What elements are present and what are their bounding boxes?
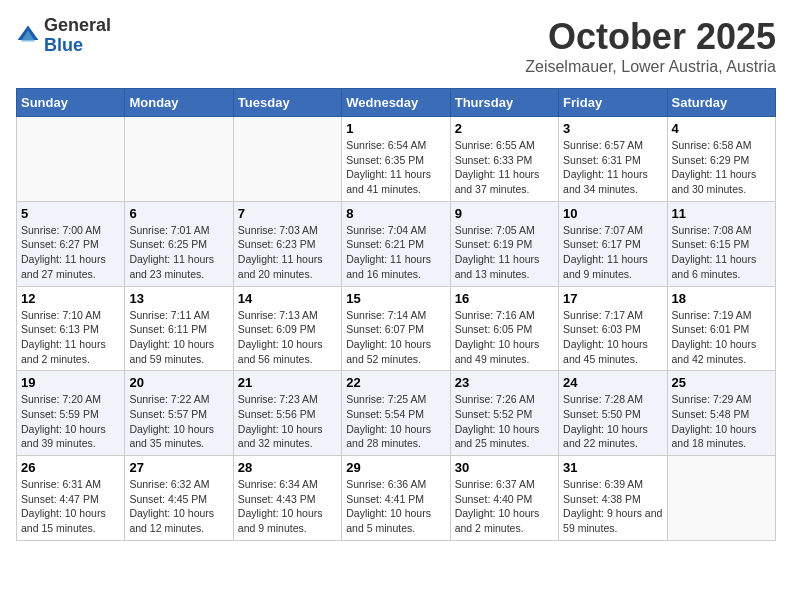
day-number: 24: [563, 375, 662, 390]
header-tuesday: Tuesday: [233, 89, 341, 117]
day-info: Sunrise: 7:22 AM Sunset: 5:57 PM Dayligh…: [129, 392, 228, 451]
header-thursday: Thursday: [450, 89, 558, 117]
calendar-cell: 12Sunrise: 7:10 AM Sunset: 6:13 PM Dayli…: [17, 286, 125, 371]
calendar-table: SundayMondayTuesdayWednesdayThursdayFrid…: [16, 88, 776, 541]
day-info: Sunrise: 7:07 AM Sunset: 6:17 PM Dayligh…: [563, 223, 662, 282]
header-friday: Friday: [559, 89, 667, 117]
calendar-cell: 19Sunrise: 7:20 AM Sunset: 5:59 PM Dayli…: [17, 371, 125, 456]
calendar-cell: 18Sunrise: 7:19 AM Sunset: 6:01 PM Dayli…: [667, 286, 775, 371]
calendar-cell: 22Sunrise: 7:25 AM Sunset: 5:54 PM Dayli…: [342, 371, 450, 456]
day-number: 23: [455, 375, 554, 390]
day-info: Sunrise: 7:17 AM Sunset: 6:03 PM Dayligh…: [563, 308, 662, 367]
calendar-cell: 26Sunrise: 6:31 AM Sunset: 4:47 PM Dayli…: [17, 456, 125, 541]
calendar-cell: 11Sunrise: 7:08 AM Sunset: 6:15 PM Dayli…: [667, 201, 775, 286]
calendar-cell: 13Sunrise: 7:11 AM Sunset: 6:11 PM Dayli…: [125, 286, 233, 371]
day-number: 30: [455, 460, 554, 475]
day-number: 16: [455, 291, 554, 306]
day-info: Sunrise: 6:57 AM Sunset: 6:31 PM Dayligh…: [563, 138, 662, 197]
day-number: 28: [238, 460, 337, 475]
calendar-cell: 21Sunrise: 7:23 AM Sunset: 5:56 PM Dayli…: [233, 371, 341, 456]
day-info: Sunrise: 7:16 AM Sunset: 6:05 PM Dayligh…: [455, 308, 554, 367]
month-title: October 2025: [525, 16, 776, 58]
day-number: 13: [129, 291, 228, 306]
day-info: Sunrise: 6:34 AM Sunset: 4:43 PM Dayligh…: [238, 477, 337, 536]
day-number: 14: [238, 291, 337, 306]
day-info: Sunrise: 7:13 AM Sunset: 6:09 PM Dayligh…: [238, 308, 337, 367]
header-saturday: Saturday: [667, 89, 775, 117]
calendar-cell: 24Sunrise: 7:28 AM Sunset: 5:50 PM Dayli…: [559, 371, 667, 456]
calendar-cell: 16Sunrise: 7:16 AM Sunset: 6:05 PM Dayli…: [450, 286, 558, 371]
calendar-cell: 23Sunrise: 7:26 AM Sunset: 5:52 PM Dayli…: [450, 371, 558, 456]
calendar-cell: 10Sunrise: 7:07 AM Sunset: 6:17 PM Dayli…: [559, 201, 667, 286]
day-info: Sunrise: 7:05 AM Sunset: 6:19 PM Dayligh…: [455, 223, 554, 282]
calendar-week-row: 26Sunrise: 6:31 AM Sunset: 4:47 PM Dayli…: [17, 456, 776, 541]
calendar-cell: 8Sunrise: 7:04 AM Sunset: 6:21 PM Daylig…: [342, 201, 450, 286]
calendar-cell: 2Sunrise: 6:55 AM Sunset: 6:33 PM Daylig…: [450, 117, 558, 202]
day-number: 17: [563, 291, 662, 306]
calendar-cell: 6Sunrise: 7:01 AM Sunset: 6:25 PM Daylig…: [125, 201, 233, 286]
day-number: 27: [129, 460, 228, 475]
day-number: 5: [21, 206, 120, 221]
calendar-week-row: 12Sunrise: 7:10 AM Sunset: 6:13 PM Dayli…: [17, 286, 776, 371]
calendar-cell: [17, 117, 125, 202]
calendar-cell: 25Sunrise: 7:29 AM Sunset: 5:48 PM Dayli…: [667, 371, 775, 456]
day-number: 10: [563, 206, 662, 221]
day-number: 15: [346, 291, 445, 306]
day-info: Sunrise: 7:26 AM Sunset: 5:52 PM Dayligh…: [455, 392, 554, 451]
day-number: 12: [21, 291, 120, 306]
calendar-cell: 31Sunrise: 6:39 AM Sunset: 4:38 PM Dayli…: [559, 456, 667, 541]
calendar-cell: 3Sunrise: 6:57 AM Sunset: 6:31 PM Daylig…: [559, 117, 667, 202]
day-info: Sunrise: 7:23 AM Sunset: 5:56 PM Dayligh…: [238, 392, 337, 451]
day-number: 19: [21, 375, 120, 390]
day-info: Sunrise: 7:29 AM Sunset: 5:48 PM Dayligh…: [672, 392, 771, 451]
logo-icon: [16, 24, 40, 48]
calendar-cell: 7Sunrise: 7:03 AM Sunset: 6:23 PM Daylig…: [233, 201, 341, 286]
day-info: Sunrise: 7:03 AM Sunset: 6:23 PM Dayligh…: [238, 223, 337, 282]
day-info: Sunrise: 7:14 AM Sunset: 6:07 PM Dayligh…: [346, 308, 445, 367]
day-info: Sunrise: 7:04 AM Sunset: 6:21 PM Dayligh…: [346, 223, 445, 282]
day-info: Sunrise: 6:58 AM Sunset: 6:29 PM Dayligh…: [672, 138, 771, 197]
day-number: 22: [346, 375, 445, 390]
day-info: Sunrise: 6:39 AM Sunset: 4:38 PM Dayligh…: [563, 477, 662, 536]
day-number: 1: [346, 121, 445, 136]
day-number: 29: [346, 460, 445, 475]
day-number: 9: [455, 206, 554, 221]
calendar-cell: 29Sunrise: 6:36 AM Sunset: 4:41 PM Dayli…: [342, 456, 450, 541]
calendar-cell: 30Sunrise: 6:37 AM Sunset: 4:40 PM Dayli…: [450, 456, 558, 541]
day-number: 2: [455, 121, 554, 136]
title-block: October 2025 Zeiselmauer, Lower Austria,…: [525, 16, 776, 76]
day-info: Sunrise: 7:19 AM Sunset: 6:01 PM Dayligh…: [672, 308, 771, 367]
day-info: Sunrise: 6:37 AM Sunset: 4:40 PM Dayligh…: [455, 477, 554, 536]
calendar-cell: 15Sunrise: 7:14 AM Sunset: 6:07 PM Dayli…: [342, 286, 450, 371]
calendar-cell: [233, 117, 341, 202]
day-info: Sunrise: 6:32 AM Sunset: 4:45 PM Dayligh…: [129, 477, 228, 536]
day-number: 11: [672, 206, 771, 221]
calendar-cell: 5Sunrise: 7:00 AM Sunset: 6:27 PM Daylig…: [17, 201, 125, 286]
day-info: Sunrise: 7:08 AM Sunset: 6:15 PM Dayligh…: [672, 223, 771, 282]
day-info: Sunrise: 6:31 AM Sunset: 4:47 PM Dayligh…: [21, 477, 120, 536]
day-info: Sunrise: 7:20 AM Sunset: 5:59 PM Dayligh…: [21, 392, 120, 451]
calendar-cell: 20Sunrise: 7:22 AM Sunset: 5:57 PM Dayli…: [125, 371, 233, 456]
calendar-week-row: 1Sunrise: 6:54 AM Sunset: 6:35 PM Daylig…: [17, 117, 776, 202]
logo-blue-text: Blue: [44, 35, 83, 55]
calendar-cell: [125, 117, 233, 202]
calendar-header-row: SundayMondayTuesdayWednesdayThursdayFrid…: [17, 89, 776, 117]
day-number: 3: [563, 121, 662, 136]
day-number: 6: [129, 206, 228, 221]
day-info: Sunrise: 7:25 AM Sunset: 5:54 PM Dayligh…: [346, 392, 445, 451]
day-number: 26: [21, 460, 120, 475]
day-info: Sunrise: 7:28 AM Sunset: 5:50 PM Dayligh…: [563, 392, 662, 451]
day-number: 7: [238, 206, 337, 221]
logo-general-text: General: [44, 15, 111, 35]
calendar-week-row: 19Sunrise: 7:20 AM Sunset: 5:59 PM Dayli…: [17, 371, 776, 456]
header-sunday: Sunday: [17, 89, 125, 117]
day-number: 18: [672, 291, 771, 306]
day-info: Sunrise: 6:36 AM Sunset: 4:41 PM Dayligh…: [346, 477, 445, 536]
day-info: Sunrise: 7:10 AM Sunset: 6:13 PM Dayligh…: [21, 308, 120, 367]
day-number: 21: [238, 375, 337, 390]
day-number: 25: [672, 375, 771, 390]
day-number: 20: [129, 375, 228, 390]
header-wednesday: Wednesday: [342, 89, 450, 117]
logo: General Blue: [16, 16, 111, 56]
day-number: 4: [672, 121, 771, 136]
